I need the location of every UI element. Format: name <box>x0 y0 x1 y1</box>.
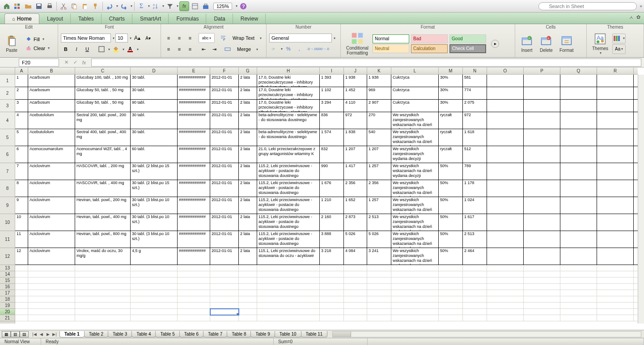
save-icon[interactable] <box>34 1 44 11</box>
cell[interactable] <box>131 290 178 296</box>
row-header[interactable]: 14 <box>0 271 15 278</box>
cell[interactable]: 4 <box>15 112 28 129</box>
cell[interactable] <box>131 315 178 321</box>
cell[interactable] <box>320 278 344 284</box>
collapse-ribbon-icon[interactable]: ㅅ <box>629 14 634 21</box>
bold-button[interactable]: B <box>61 44 71 54</box>
cell[interactable] <box>463 271 487 278</box>
row-header[interactable]: 11 <box>0 231 15 248</box>
prev-sheet-button[interactable]: ◀ <box>38 331 44 337</box>
cell[interactable] <box>560 214 597 231</box>
autosum-dropdown[interactable]: ▾ <box>148 4 150 8</box>
cell[interactable]: Cukrzyca <box>391 87 439 100</box>
cell[interactable] <box>344 290 367 296</box>
cell[interactable] <box>439 296 463 303</box>
format-painter-icon[interactable] <box>91 1 101 11</box>
cell[interactable]: 30 tabl. <box>131 129 178 146</box>
font-size-dropdown[interactable]: ▾ <box>130 36 131 40</box>
tab-layout[interactable]: Layout <box>39 13 71 24</box>
cell[interactable]: Acebutololum <box>28 112 75 129</box>
cell[interactable]: 30% <box>439 75 463 87</box>
cell[interactable]: 2 lata <box>239 112 257 129</box>
cell[interactable]: 1 207 <box>367 146 391 163</box>
merge-button[interactable]: Merge <box>233 46 254 53</box>
column-header[interactable]: P <box>524 67 560 74</box>
cell[interactable]: 512 <box>463 146 487 163</box>
cell[interactable] <box>210 296 239 303</box>
cell[interactable]: 1 207 <box>344 146 367 163</box>
cell[interactable]: 2 873 <box>344 214 367 231</box>
border-dropdown[interactable]: ▾ <box>108 47 110 51</box>
column-header[interactable]: L <box>391 67 439 74</box>
increase-indent-icon[interactable]: ⇥ <box>209 44 219 54</box>
cell[interactable]: 2012-01-01 <box>210 214 239 231</box>
cell[interactable] <box>257 265 320 271</box>
page-layout-view-button[interactable]: ▥ <box>11 331 20 337</box>
cell[interactable]: Glucobay 50, tabl. , 50 mg <box>75 100 131 112</box>
row-header[interactable]: 4 <box>0 112 15 129</box>
cell[interactable] <box>487 315 524 321</box>
cell[interactable]: ############ <box>178 214 210 231</box>
cell[interactable]: ############ <box>178 129 210 146</box>
cell[interactable] <box>560 290 597 296</box>
cell[interactable] <box>524 180 560 197</box>
cell[interactable] <box>487 303 524 309</box>
row-header[interactable]: 19 <box>0 303 15 309</box>
number-format-dropdown[interactable]: ▾ <box>334 36 335 40</box>
cell[interactable]: We wszystkich zarejestrowanych wskazania… <box>391 197 439 214</box>
cell[interactable] <box>344 315 367 321</box>
cell[interactable]: 1 178 <box>463 180 487 197</box>
cell[interactable]: 1 676 <box>320 180 344 197</box>
cell[interactable] <box>524 100 560 112</box>
cell[interactable] <box>463 265 487 271</box>
cell[interactable]: 4 084 <box>344 248 367 265</box>
cell[interactable] <box>344 296 367 303</box>
cell[interactable]: We wszystkich zarejestrowanych wskazania… <box>391 129 439 146</box>
cell[interactable] <box>239 284 257 290</box>
cell[interactable]: 7 <box>15 163 28 180</box>
cell[interactable]: 4 110 <box>344 100 367 112</box>
cell[interactable] <box>439 315 463 321</box>
cell[interactable] <box>210 290 239 296</box>
cell[interactable]: 30 tabl. (3 blist.po 10 szt.) <box>131 197 178 214</box>
font-color-button[interactable]: A <box>125 44 135 54</box>
cell[interactable]: ############ <box>178 75 210 87</box>
cell[interactable] <box>560 231 597 248</box>
increase-decimal-icon[interactable]: .0→.00 <box>308 44 318 54</box>
styles-more-icon[interactable]: ▸ <box>491 40 499 48</box>
page-break-view-button[interactable]: ▤ <box>20 331 29 337</box>
cell[interactable] <box>524 271 560 278</box>
cell[interactable] <box>28 296 75 303</box>
cell[interactable]: Acarbosum <box>28 87 75 100</box>
cell[interactable] <box>391 315 439 321</box>
cell[interactable]: ryczałt <box>439 146 463 163</box>
cell[interactable]: 115.2, Leki przeciwwirusowe - acyklowir … <box>257 231 320 248</box>
column-header[interactable]: E <box>178 67 210 74</box>
cell[interactable] <box>15 271 28 278</box>
sheet-tab[interactable]: Table 3 <box>108 331 132 337</box>
search-input[interactable] <box>538 2 637 10</box>
row-header[interactable]: 21 <box>0 315 15 321</box>
tab-formulas[interactable]: Formulas <box>169 13 206 24</box>
insert-button[interactable]: +Insert <box>518 32 536 56</box>
cell[interactable]: Aciclovirum <box>28 214 75 231</box>
cell[interactable]: We wszystkich wskazaniach na dzień wydan… <box>391 163 439 180</box>
sheet-tab[interactable]: Table 4 <box>131 331 156 337</box>
next-sheet-button[interactable]: ▶ <box>45 331 51 337</box>
decrease-indent-icon[interactable]: ⇤ <box>199 44 208 54</box>
cell[interactable] <box>560 265 597 271</box>
cell[interactable]: 836 <box>320 112 344 129</box>
cell[interactable] <box>75 296 131 303</box>
cell[interactable] <box>439 271 463 278</box>
cell[interactable]: HASCOVIR, tabl. , 400 mg <box>75 180 131 197</box>
cell[interactable] <box>463 290 487 296</box>
cell[interactable] <box>524 248 560 265</box>
row-header[interactable]: 12 <box>0 248 15 265</box>
cell[interactable]: 30 tabl. (2 blist.po 15 szt.) <box>131 180 178 197</box>
row-header[interactable]: 20 <box>0 309 15 315</box>
cell[interactable]: 2012-01-01 <box>210 87 239 100</box>
cell[interactable] <box>597 146 634 163</box>
cell[interactable] <box>15 278 28 284</box>
first-sheet-button[interactable]: |◀ <box>31 331 38 337</box>
cell[interactable]: 30 tabl. (3 blist.po 10 szt.) <box>131 214 178 231</box>
